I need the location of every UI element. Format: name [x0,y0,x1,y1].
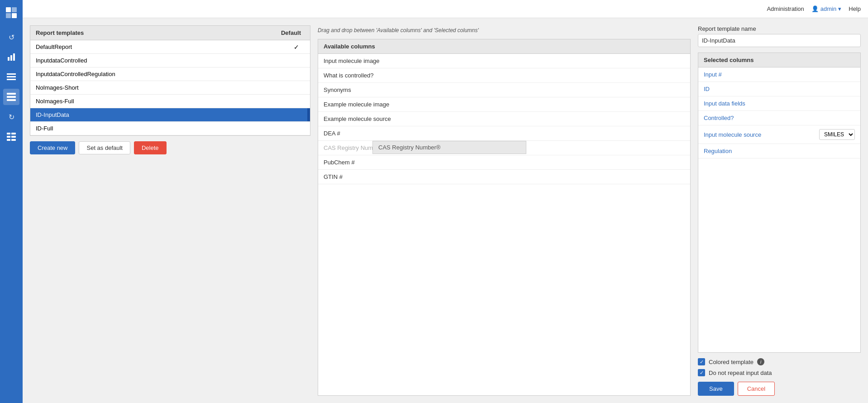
sel-col-id[interactable]: ID [698,82,860,96]
svg-rect-7 [7,73,16,75]
smiles-select[interactable]: SMILES InChI MOL [819,129,855,140]
col-input-molecule-image[interactable]: Input molecule image [318,54,690,68]
bottom-options: ✓ Colored template i ✓ Do not repeat inp… [698,358,861,376]
user-dropdown-icon: ▾ [838,5,841,12]
report-row-inputdatacontrolledregulation[interactable]: InputdataControlledRegulation [30,67,310,81]
sel-col-regulation[interactable]: Regulation [698,144,860,158]
sel-col-input-data-fields[interactable]: Input data fields [698,96,860,111]
report-templates-table: Report templates Default DefaultReport ✓… [30,25,310,136]
selected-bar [307,108,310,121]
svg-rect-5 [10,55,12,61]
colored-template-checkbox[interactable]: ✓ [698,358,705,365]
report-row-defaultreport[interactable]: DefaultReport ✓ [30,40,310,54]
drag-drop-hint: Drag and drop between 'Available columns… [318,25,691,35]
svg-rect-3 [12,13,17,18]
report-row-noimages-full[interactable]: NoImages-Full [30,95,310,108]
delete-button[interactable]: Delete [134,141,167,154]
col-pubchem[interactable]: PubChem # [318,155,690,170]
svg-rect-17 [7,139,10,141]
col-dea-number[interactable]: DEA # [318,126,690,141]
default-col-header: Default [277,29,305,36]
colored-template-info-icon[interactable]: i [757,358,764,365]
col-what-is-controlled[interactable]: What is controlled? [318,68,690,83]
svg-rect-6 [13,53,15,61]
available-columns-header: Available columns [318,39,690,54]
action-buttons: Save Cancel [698,382,861,396]
svg-rect-16 [11,136,16,138]
administration-link[interactable]: Administration [767,5,804,12]
help-link[interactable]: Help [849,5,861,12]
col-gtin[interactable]: GTIN # [318,170,690,184]
middle-panel: Drag and drop between 'Available columns… [318,25,691,396]
report-row-id-inputdata[interactable]: ID-InputData [30,108,310,122]
svg-rect-14 [11,133,16,134]
cas-row: CAS Registry Number® CAS Registry Number… [318,141,690,155]
svg-rect-8 [7,76,16,77]
svg-rect-2 [6,13,11,18]
menu-icon[interactable] [3,69,19,85]
template-name-input[interactable] [698,34,861,47]
report-row-noimages-short[interactable]: NoImages-Short [30,81,310,95]
svg-rect-13 [7,133,10,134]
svg-rect-12 [7,99,16,101]
available-columns-panel: Available columns Input molecule image W… [318,39,691,396]
col-example-molecule-image[interactable]: Example molecule image [318,97,690,112]
list-alt-icon[interactable] [3,89,19,105]
refresh2-icon[interactable]: ↻ [3,109,19,125]
svg-rect-1 [12,7,17,12]
left-panel: Report templates Default DefaultReport ✓… [30,25,310,396]
sel-col-input-molecule-source[interactable]: Input molecule source SMILES InChI MOL [698,125,860,144]
set-as-default-button[interactable]: Set as default [79,141,130,154]
col-example-molecule-source[interactable]: Example molecule source [318,112,690,126]
save-button[interactable]: Save [698,382,734,396]
do-not-repeat-label: Do not repeat input data [709,369,772,376]
template-name-section: Report template name [698,25,861,47]
svg-rect-11 [7,96,16,98]
sel-col-controlled[interactable]: Controlled? [698,111,860,125]
selected-columns-header: Selected columns [698,53,860,67]
main-content: Report templates Default DefaultReport ✓… [23,18,868,403]
cas-tooltip: CAS Registry Number® [372,141,526,154]
chart-icon[interactable] [3,49,19,65]
svg-rect-15 [7,136,10,138]
svg-rect-9 [7,79,16,80]
user-menu[interactable]: 👤 admin ▾ [811,5,841,12]
colored-template-label: Colored template [709,359,754,365]
create-new-button[interactable]: Create new [30,141,75,154]
selected-columns-panel: Selected columns Input # ID Input data f… [698,53,861,353]
refresh-icon[interactable]: ↺ [3,29,19,45]
svg-rect-10 [7,93,16,95]
report-row-inputdatacontrolled[interactable]: InputdataControlled [30,54,310,67]
user-label: admin [820,5,836,12]
template-buttons: Create new Set as default Delete [30,141,310,154]
do-not-repeat-row: ✓ Do not repeat input data [698,369,861,376]
sidebar: ↺ ↻ [0,0,23,403]
sel-col-input-number[interactable]: Input # [698,67,860,82]
cancel-button[interactable]: Cancel [738,382,775,396]
col-synonyms[interactable]: Synonyms [318,83,690,97]
template-name-label: Report template name [698,25,861,32]
colored-template-row: ✓ Colored template i [698,358,861,365]
table-list-icon[interactable] [3,129,19,145]
user-icon: 👤 [811,5,819,12]
right-panel: Report template name Selected columns In… [698,25,861,396]
svg-rect-18 [11,139,16,141]
report-row-id-full[interactable]: ID-Full [30,122,310,135]
report-templates-header: Report templates Default [30,26,310,40]
report-templates-title: Report templates [36,29,277,36]
topbar: Administration 👤 admin ▾ Help [23,0,868,18]
app-logo[interactable] [3,5,19,21]
svg-rect-0 [6,7,11,12]
svg-rect-4 [8,57,10,61]
do-not-repeat-checkbox[interactable]: ✓ [698,369,705,376]
